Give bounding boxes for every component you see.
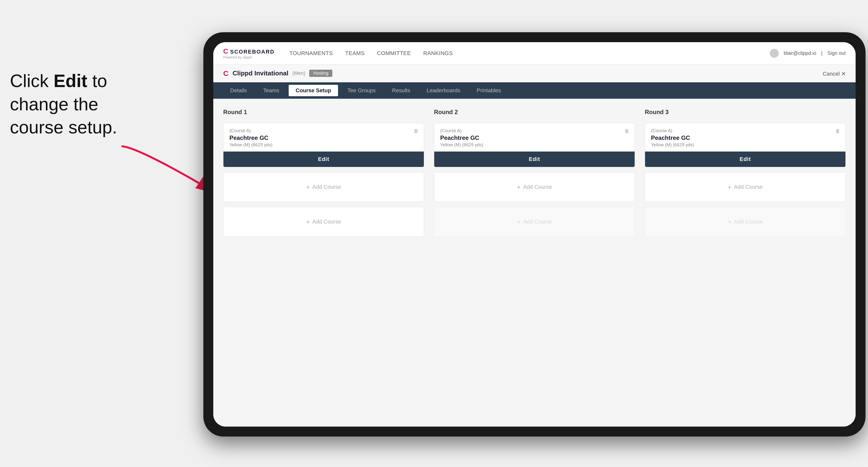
add-course-label-r2: Add Course bbox=[523, 184, 552, 190]
nav-tournaments[interactable]: TOURNAMENTS bbox=[289, 49, 333, 58]
tournament-badge: Hosting bbox=[309, 70, 332, 77]
round-2-title: Round 2 bbox=[434, 108, 635, 116]
tablet-screen: C SCOREBOARD Powered by clippd TOURNAMEN… bbox=[213, 42, 856, 427]
add-course-label-r3: Add Course bbox=[734, 184, 763, 190]
tab-details[interactable]: Details bbox=[223, 85, 254, 96]
add-course-plus-icon-r3: + bbox=[727, 183, 731, 191]
logo-scoreboard: C SCOREBOARD bbox=[223, 48, 275, 55]
tab-tee-groups[interactable]: Tee Groups bbox=[341, 85, 383, 96]
app-content: C SCOREBOARD Powered by clippd TOURNAMEN… bbox=[213, 42, 856, 427]
round-2-course-header: (Course A) Peachtree GC Yellow (M) (6629… bbox=[434, 123, 634, 152]
round-1-edit-button[interactable]: Edit bbox=[223, 152, 424, 167]
instruction-bold: Edit bbox=[54, 71, 87, 91]
round-3-course-tee: Yellow (M) (6629 yds) bbox=[651, 142, 839, 148]
tournament-name: Clippd Invitational bbox=[232, 69, 288, 77]
round-2-course-tee: Yellow (M) (6629 yds) bbox=[440, 142, 629, 148]
cancel-x-icon: ✕ bbox=[841, 71, 846, 77]
round-3-add-course-2: + Add Course bbox=[645, 207, 846, 237]
tournament-c-logo: C bbox=[223, 69, 229, 77]
round-2-delete-icon[interactable]: 🗑 bbox=[623, 127, 631, 135]
tournament-gender: (Men) bbox=[292, 70, 305, 76]
tablet-shell: C SCOREBOARD Powered by clippd TOURNAMEN… bbox=[204, 32, 866, 436]
tab-printables[interactable]: Printables bbox=[470, 85, 508, 96]
round-1-column: Round 1 (Course A) Peachtree GC Yellow (… bbox=[223, 108, 424, 237]
user-email: blair@clippd.io bbox=[784, 50, 816, 56]
logo-area: C SCOREBOARD Powered by clippd bbox=[223, 48, 275, 59]
round-1-delete-icon[interactable]: 🗑 bbox=[412, 127, 420, 135]
tab-bar: Details Teams Course Setup Tee Groups Re… bbox=[213, 82, 856, 99]
add-course-label-r2-2: Add Course bbox=[523, 218, 552, 225]
add-course-label: Add Course bbox=[312, 184, 341, 190]
tournament-bar: C Clippd Invitational (Men) Hosting Canc… bbox=[213, 64, 856, 82]
add-course-plus-icon-2: + bbox=[306, 218, 310, 226]
round-1-course-card: (Course A) Peachtree GC Yellow (M) (6629… bbox=[223, 123, 424, 167]
cancel-button[interactable]: Cancel ✕ bbox=[823, 71, 846, 77]
logo-text: SCOREBOARD bbox=[230, 49, 275, 55]
round-3-title: Round 3 bbox=[645, 108, 846, 116]
round-1-course-header: (Course A) Peachtree GC Yellow (M) (6629… bbox=[223, 123, 424, 152]
round-1-course-name: Peachtree GC bbox=[229, 134, 418, 142]
add-course-plus-icon-r2-2: + bbox=[517, 218, 521, 226]
round-2-course-label: (Course A) bbox=[440, 128, 629, 133]
add-course-plus-icon: + bbox=[306, 183, 310, 191]
round-1-title: Round 1 bbox=[223, 108, 424, 116]
round-2-column: Round 2 (Course A) Peachtree GC Yellow (… bbox=[434, 108, 635, 237]
separator: | bbox=[821, 50, 823, 56]
instruction-prefix: Click bbox=[10, 71, 54, 91]
add-course-label-r3-2: Add Course bbox=[734, 218, 763, 225]
round-3-course-card: (Course A) Peachtree GC Yellow (M) (6629… bbox=[645, 123, 846, 167]
tab-results[interactable]: Results bbox=[385, 85, 417, 96]
round-3-add-course-1[interactable]: + Add Course bbox=[645, 172, 846, 202]
logo-subtext: Powered by clippd bbox=[223, 55, 275, 59]
tab-teams[interactable]: Teams bbox=[256, 85, 286, 96]
round-1-course-tee: Yellow (M) (6629 yds) bbox=[229, 142, 418, 148]
avatar bbox=[770, 49, 779, 58]
round-2-course-name: Peachtree GC bbox=[440, 134, 629, 142]
round-1-add-course-1[interactable]: + Add Course bbox=[223, 172, 424, 202]
main-content: Round 1 (Course A) Peachtree GC Yellow (… bbox=[213, 99, 856, 427]
user-area: blair@clippd.io | Sign out bbox=[770, 49, 846, 58]
tab-leaderboards[interactable]: Leaderboards bbox=[420, 85, 467, 96]
nav-teams[interactable]: TEAMS bbox=[345, 49, 365, 58]
cancel-area: Cancel ✕ bbox=[823, 69, 846, 77]
nav-rankings[interactable]: RANKINGS bbox=[423, 49, 453, 58]
round-2-add-course-1[interactable]: + Add Course bbox=[434, 172, 635, 202]
round-2-course-card: (Course A) Peachtree GC Yellow (M) (6629… bbox=[434, 123, 635, 167]
tournament-info: C Clippd Invitational (Men) Hosting bbox=[223, 69, 332, 77]
sign-out-link[interactable]: Sign out bbox=[828, 50, 846, 56]
rounds-grid: Round 1 (Course A) Peachtree GC Yellow (… bbox=[223, 108, 846, 237]
round-2-add-course-2: + Add Course bbox=[434, 207, 635, 237]
logo-c-icon: C bbox=[223, 48, 228, 55]
round-1-course-label: (Course A) bbox=[229, 128, 418, 133]
round-3-course-label: (Course A) bbox=[651, 128, 839, 133]
round-3-course-header: (Course A) Peachtree GC Yellow (M) (6629… bbox=[645, 123, 845, 152]
instruction-text: Click Edit tochange thecourse setup. bbox=[10, 69, 117, 139]
round-1-add-course-2[interactable]: + Add Course bbox=[223, 207, 424, 237]
round-3-course-name: Peachtree GC bbox=[651, 134, 839, 142]
round-3-column: Round 3 (Course A) Peachtree GC Yellow (… bbox=[645, 108, 846, 237]
tab-course-setup[interactable]: Course Setup bbox=[289, 85, 338, 96]
add-course-label-2: Add Course bbox=[312, 218, 341, 225]
round-2-edit-button[interactable]: Edit bbox=[434, 152, 634, 167]
round-3-edit-button[interactable]: Edit bbox=[645, 152, 845, 167]
round-3-delete-icon[interactable]: 🗑 bbox=[834, 127, 841, 135]
top-nav: C SCOREBOARD Powered by clippd TOURNAMEN… bbox=[213, 42, 856, 64]
add-course-plus-icon-r3-2: + bbox=[727, 218, 731, 226]
add-course-plus-icon-r2: + bbox=[517, 183, 521, 191]
cancel-label: Cancel bbox=[823, 71, 839, 77]
nav-committee[interactable]: COMMITTEE bbox=[377, 49, 411, 58]
nav-links: TOURNAMENTS TEAMS COMMITTEE RANKINGS bbox=[289, 49, 770, 58]
